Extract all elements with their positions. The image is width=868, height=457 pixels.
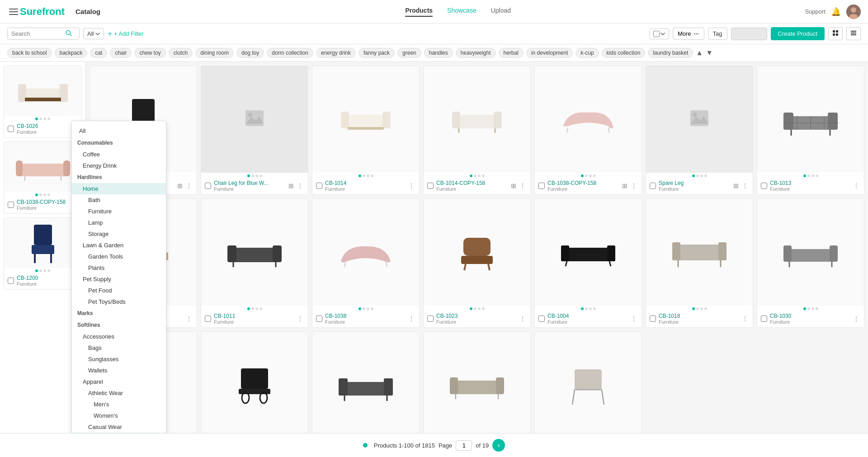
dropdown-bath[interactable]: Bath (72, 194, 166, 206)
tag-button[interactable]: Tag (708, 28, 727, 40)
dropdown-womens-athletic[interactable]: Women's (72, 410, 166, 421)
product-id[interactable]: Chair Leg for Blue W... (214, 180, 269, 186)
product-id[interactable]: CB-1200 (17, 275, 38, 281)
tag-dorm-collection[interactable]: dorm collection (267, 48, 313, 58)
search-icon-button[interactable] (66, 30, 72, 38)
tab-upload[interactable]: Upload (491, 7, 511, 17)
dropdown-sunglasses[interactable]: Sunglasses (72, 353, 166, 365)
dropdown-accessories[interactable]: Accessories (72, 331, 166, 342)
product-id[interactable]: CB-1013 (770, 180, 791, 186)
product-menu-button[interactable]: ⋮ (852, 314, 860, 323)
avatar[interactable] (846, 5, 861, 19)
dropdown-storage[interactable]: Storage (72, 228, 166, 240)
tag-handles[interactable]: handles (424, 48, 453, 58)
product-checkbox[interactable] (761, 183, 767, 189)
product-checkbox[interactable] (650, 183, 656, 189)
dropdown-mens-casual[interactable]: Men's (72, 433, 166, 433)
expand-icon[interactable]: ⊞ (621, 181, 628, 190)
expand-icon[interactable]: ⊞ (176, 181, 184, 190)
tab-products[interactable]: Products (405, 7, 433, 17)
tag-energy-drink[interactable]: energy drink (316, 48, 356, 58)
product-id[interactable]: CB-1030 (770, 313, 791, 319)
dropdown-furniture[interactable]: Furniture (72, 206, 166, 217)
tag-in-development[interactable]: in development (526, 48, 573, 58)
product-checkbox[interactable] (538, 316, 545, 322)
product-id[interactable]: CB-1023 (436, 313, 458, 319)
select-all-checkbox[interactable] (653, 31, 660, 37)
product-id[interactable]: CB-1038 (325, 313, 346, 319)
menu-button[interactable] (7, 7, 20, 17)
search-input[interactable] (11, 30, 66, 37)
product-checkbox[interactable] (427, 316, 434, 322)
product-menu-button[interactable]: ⋮ (185, 181, 193, 190)
tag-herbal[interactable]: herbal (499, 48, 524, 58)
dropdown-mens-athletic[interactable]: Men's (72, 399, 166, 410)
product-checkbox[interactable] (316, 316, 322, 322)
tags-scroll-down[interactable]: ▼ (706, 49, 713, 57)
dropdown-wallets[interactable]: Wallets (72, 365, 166, 376)
product-id[interactable]: Spare Leg (659, 180, 684, 186)
dropdown-pet-toys[interactable]: Pet Toys/Beds (72, 296, 166, 307)
product-checkbox[interactable] (316, 183, 322, 189)
tag-clutch[interactable]: clutch (169, 48, 193, 58)
product-id[interactable]: CB-1014-COPY-158 (436, 180, 485, 186)
tag-chair[interactable]: chair (110, 48, 132, 58)
product-menu-button[interactable]: ⋮ (630, 314, 638, 323)
product-menu-button[interactable]: ⋮ (630, 181, 638, 190)
dropdown-casual-wear[interactable]: Casual Wear (72, 421, 166, 433)
expand-icon[interactable]: ⊞ (288, 181, 295, 190)
product-id[interactable]: CB-1038-COPY-158 (17, 199, 66, 205)
dropdown-pet-supply[interactable]: Pet Supply (72, 273, 166, 285)
product-id[interactable]: CB-1004 (547, 313, 569, 319)
more-button[interactable]: More (673, 28, 704, 40)
checkbox-select-dropdown[interactable] (649, 28, 669, 39)
filter-dropdown[interactable]: All (83, 28, 104, 39)
expand-icon[interactable]: ⊞ (510, 181, 517, 190)
dropdown-pet-food[interactable]: Pet Food (72, 285, 166, 296)
product-menu-button[interactable]: ⋮ (519, 314, 527, 323)
product-menu-button[interactable]: ⋮ (185, 314, 193, 323)
product-menu-button[interactable]: ⋮ (407, 181, 415, 190)
tag-dog-toy[interactable]: dog toy (236, 48, 264, 58)
product-checkbox[interactable] (8, 278, 14, 284)
next-page-button[interactable]: › (492, 439, 505, 452)
product-menu-button[interactable]: ⋮ (296, 314, 304, 323)
product-menu-button[interactable]: ⋮ (296, 181, 304, 190)
tags-scroll-up[interactable]: ▲ (696, 49, 703, 57)
dropdown-lawn-garden[interactable]: Lawn & Garden (72, 240, 166, 251)
bell-icon[interactable]: 🔔 (831, 7, 841, 17)
create-product-button[interactable]: Create Product (771, 27, 825, 40)
product-checkbox[interactable] (427, 183, 434, 189)
tag-chew-toy[interactable]: chew toy (134, 48, 165, 58)
tag-fanny-pack[interactable]: fanny pack (359, 48, 395, 58)
dropdown-plants[interactable]: Plants (72, 262, 166, 273)
tag-backpack[interactable]: backpack (55, 48, 88, 58)
tag-laundry-basket[interactable]: laundry basket (648, 48, 693, 58)
dropdown-home[interactable]: Home (72, 183, 166, 194)
dropdown-garden-tools[interactable]: Garden Tools (72, 251, 166, 262)
product-checkbox[interactable] (761, 316, 767, 322)
product-checkbox[interactable] (8, 202, 14, 208)
expand-icon[interactable]: ⊞ (732, 181, 740, 190)
product-checkbox[interactable] (650, 316, 656, 322)
dropdown-all[interactable]: All (72, 125, 166, 137)
dropdown-athletic-wear[interactable]: Athletic Wear (72, 387, 166, 399)
product-checkbox[interactable] (205, 183, 211, 189)
page-input[interactable] (456, 440, 472, 451)
dropdown-coffee[interactable]: Coffee (72, 149, 166, 160)
tag-k-cup[interactable]: k-cup (576, 48, 599, 58)
dropdown-lamp[interactable]: Lamp (72, 217, 166, 228)
product-id[interactable]: CB-1011 (214, 313, 235, 319)
product-menu-button[interactable]: ⋮ (741, 181, 749, 190)
add-filter-button[interactable]: + + Add Filter (108, 30, 143, 38)
tag-input-area[interactable] (731, 28, 767, 40)
tag-cat[interactable]: cat (90, 48, 107, 58)
tag-back-to-school[interactable]: back to school (7, 48, 52, 58)
tag-dining-room[interactable]: dining room (195, 48, 234, 58)
grid-view-button[interactable] (828, 27, 843, 40)
dropdown-bags[interactable]: Bags (72, 342, 166, 353)
product-menu-button[interactable]: ⋮ (741, 314, 749, 323)
tag-green[interactable]: green (397, 48, 421, 58)
product-checkbox[interactable] (205, 316, 211, 322)
product-id[interactable]: CB-1018 (659, 313, 680, 319)
